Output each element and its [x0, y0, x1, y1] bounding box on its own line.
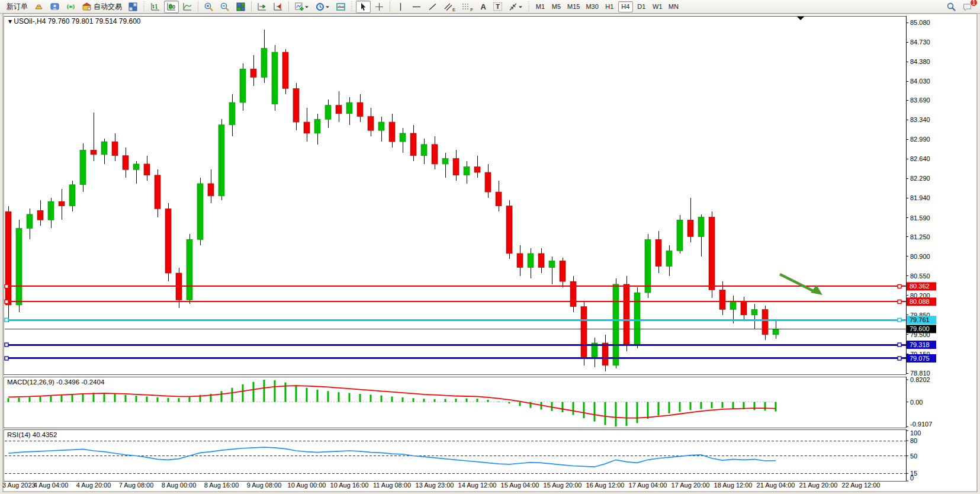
bear-candle — [517, 254, 523, 268]
bear-candle — [719, 290, 725, 309]
time-tick-label: 16 Aug 12:00 — [586, 482, 625, 489]
line-anchor[interactable] — [5, 300, 8, 303]
time-tick-label: 21 Aug 04:00 — [757, 482, 795, 489]
bull-candle — [69, 185, 75, 206]
bull-candle — [48, 201, 54, 220]
timeframe-m15-button[interactable]: M15 — [565, 1, 582, 12]
line-anchor[interactable] — [898, 357, 901, 360]
zoom-in-icon — [204, 2, 214, 12]
auto-trading-button[interactable]: 自动交易 — [79, 1, 124, 13]
bull-candle — [219, 125, 224, 196]
line-anchor[interactable] — [898, 284, 901, 288]
crosshair-button[interactable] — [372, 1, 387, 13]
line-anchor[interactable] — [5, 318, 8, 322]
timeframe-d1-button[interactable]: D1 — [634, 1, 649, 12]
tile-windows-button[interactable] — [233, 1, 248, 13]
notifications-button[interactable]: 1 — [960, 1, 975, 13]
timeframe-h4-button[interactable]: H4 — [618, 1, 633, 12]
line-anchor[interactable] — [5, 357, 8, 360]
macd-tick-label: 0.00 — [910, 399, 923, 406]
search-button[interactable] — [944, 1, 959, 13]
auto-scroll-button[interactable] — [255, 1, 269, 13]
trendline-button[interactable] — [425, 1, 440, 13]
price-line-axis-label: 79.600 — [910, 325, 930, 332]
vertical-line-button[interactable] — [393, 1, 408, 13]
price-tick-label: 84.030 — [910, 78, 930, 85]
zoom-out-icon — [220, 2, 230, 12]
bar-chart-button[interactable] — [148, 1, 163, 13]
timeframe-m5-button[interactable]: M5 — [549, 1, 564, 12]
line-anchor[interactable] — [5, 343, 8, 347]
equidistant-channel-button[interactable]: E — [441, 1, 458, 13]
zoom-in-button[interactable] — [201, 1, 216, 13]
rsi-tick-label: 0 — [910, 474, 914, 482]
line-anchor[interactable] — [898, 318, 901, 322]
price-tick-label: 84.730 — [910, 39, 930, 46]
bull-candle — [80, 150, 86, 185]
crosshair-icon — [374, 2, 384, 12]
price-tick-label: 83.690 — [910, 97, 930, 104]
chart-shift-button[interactable] — [271, 1, 285, 13]
fibonacci-button[interactable]: F — [459, 1, 475, 13]
bear-candle — [389, 122, 395, 142]
price-tick-label: 85.080 — [910, 19, 930, 26]
indicators-button[interactable] — [333, 1, 348, 13]
price-line-axis-label: 80.362 — [910, 283, 930, 290]
chart-period-button[interactable] — [313, 1, 332, 13]
timeframe-mn-button[interactable]: MN — [666, 1, 681, 12]
timeframe-m1-button[interactable]: M1 — [533, 1, 548, 12]
price-line-axis-label: 80.088 — [910, 298, 930, 305]
bear-candle — [304, 122, 310, 133]
chart-window[interactable]: ▾ USOil-,H4 79.760 79.801 79.514 79.600M… — [0, 14, 980, 494]
bear-candle — [91, 150, 97, 155]
bull-candle — [272, 52, 278, 104]
bear-candle — [581, 307, 587, 357]
toolbar-grip — [351, 1, 354, 12]
price-tick-label: 81.590 — [910, 214, 930, 222]
timeframe-h1-button[interactable]: H1 — [602, 1, 617, 12]
workspace-button[interactable] — [126, 1, 140, 13]
bull-candle — [400, 133, 406, 142]
candlestick-chart-button[interactable] — [164, 1, 179, 13]
bear-candle — [570, 281, 576, 306]
time-tick-label: 4 Aug 20:00 — [76, 482, 111, 489]
indicators-icon — [336, 2, 346, 12]
market-watch-button[interactable] — [31, 1, 46, 13]
line-anchor[interactable] — [5, 284, 8, 288]
new-chart-button[interactable] — [292, 1, 311, 13]
gold-ingot-icon — [34, 2, 44, 12]
bull-candle — [346, 102, 352, 114]
bull-candle — [314, 119, 320, 133]
text-button[interactable]: A — [477, 1, 490, 13]
new-order-button[interactable]: 新订单 — [2, 1, 30, 13]
bear-candle — [282, 52, 288, 88]
bull-candle — [187, 239, 192, 300]
bear-candle — [709, 217, 715, 290]
timeframe-w1-button[interactable]: W1 — [650, 1, 665, 12]
horizontal-line-button[interactable] — [409, 1, 424, 13]
line-anchor[interactable] — [898, 343, 901, 347]
price-tick-label: 82.290 — [910, 175, 930, 182]
arrows-button[interactable] — [506, 1, 525, 13]
bull-candle — [261, 48, 267, 77]
toolbar-separator — [288, 1, 289, 12]
dropdown-arrow-icon — [518, 2, 523, 12]
auto-scroll-icon — [257, 2, 267, 12]
signals-button[interactable] — [63, 1, 78, 13]
timeframe-m30-button[interactable]: M30 — [583, 1, 600, 12]
time-tick-label: 21 Aug 20:00 — [799, 482, 838, 489]
time-tick-label: 10 Aug 00:00 — [288, 482, 326, 489]
line-anchor[interactable] — [898, 300, 901, 303]
community-icon — [50, 2, 60, 12]
bear-candle — [293, 88, 299, 122]
zoom-out-button[interactable] — [217, 1, 232, 13]
usoil-h4-chart[interactable]: ▾ USOil-,H4 79.760 79.801 79.514 79.600M… — [0, 14, 980, 494]
cursor-button[interactable] — [356, 1, 371, 13]
community-button[interactable] — [47, 1, 62, 13]
time-tick-label: 22 Aug 12:00 — [842, 482, 881, 489]
text-label-button[interactable]: T — [491, 1, 505, 13]
bear-candle — [687, 220, 693, 236]
line-chart-button[interactable] — [180, 1, 195, 13]
bear-candle — [336, 105, 342, 114]
bear-candle — [208, 184, 214, 196]
